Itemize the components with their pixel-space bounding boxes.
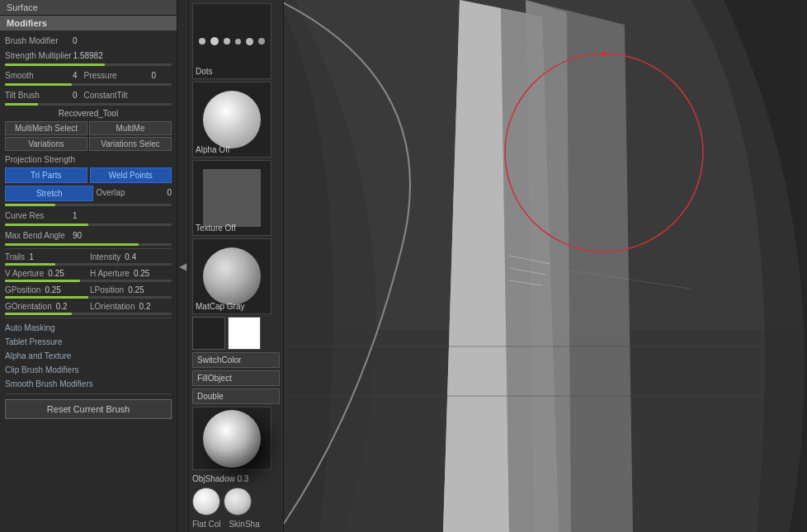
max-bend-slider[interactable] [5,243,172,246]
lorientation-item: LOrientation 0.2 [90,301,172,311]
aperture-row: V Aperture 0.25 H Aperture 0.25 [5,268,172,278]
gorientation-value: 0.2 [56,302,68,311]
texture-off-thumb[interactable]: Texture Off [192,160,271,236]
gposition-value: 0.25 [45,285,60,294]
dot4 [235,39,241,45]
divider3 [5,393,172,394]
flat-skin-row [192,487,280,516]
lposition-value: 0.25 [128,285,144,294]
tilt-slider[interactable] [5,103,172,106]
trails-label: Trails [5,252,25,261]
multimesh-select-btn[interactable]: MultiMesh Select [5,121,87,135]
clip-brush-link[interactable]: Clip Brush Modifiers [5,363,172,377]
flat-skin-labels: Flat Col SkinSha [192,520,280,529]
smooth-slider[interactable] [5,83,172,86]
dot5 [246,38,253,45]
h-aperture-label: H Aperture [90,269,130,278]
weld-points-btn[interactable]: Weld Points [90,167,172,183]
brush-modifier-row: Brush Modifier 0 [5,34,172,47]
tilt-brush-label: Tilt Brush [5,91,71,100]
matcap-gray-label: MatCap Gray [196,302,244,311]
projection-strength-row: Projection Strength [5,153,172,166]
lposition-label: LPosition [90,285,124,294]
modifiers-label: Modifiers [7,18,47,28]
double-btn[interactable]: Double [192,388,280,404]
auto-masking-link[interactable]: Auto Masking [5,321,172,335]
chevron-left-icon: ◀ [179,261,186,272]
multimesh-row: MultiMesh Select MultiMe [5,121,172,135]
lorientation-label: LOrientation [90,302,134,311]
obj-shadow-label: ObjShadow 0.3 [192,474,280,483]
variations-btn[interactable]: Variations [5,137,87,151]
intensity-item: Intensity 0.4 [90,252,172,261]
dot1 [199,38,205,45]
reset-current-brush-btn[interactable]: Reset Current Brush [5,399,172,419]
gposition-label: GPosition [5,285,40,294]
surface-bar[interactable]: Surface [0,0,177,16]
tablet-pressure-link[interactable]: Tablet Pressure [5,335,172,349]
curve-res-slider[interactable] [5,224,172,226]
orientation-slider[interactable] [5,313,172,315]
v-aperture-label: V Aperture [5,269,44,278]
smooth-label: Smooth [5,71,71,80]
skin-shader-label: SkinSha [229,520,259,529]
h-aperture-item: H Aperture 0.25 [90,268,172,278]
dots-label: Dots [196,67,213,76]
v-aperture-value: 0.25 [48,269,64,278]
tilt-brush-row: Tilt Brush 0 ConstantTilt [5,88,172,101]
stretch-overlap-row: Stretch Overlap 0 [5,186,172,201]
max-bend-value: 90 [73,231,82,240]
texture-off-visual [203,169,261,227]
max-bend-row: Max Bend Angle 90 [5,228,172,242]
pressure-value: 0 [152,71,157,80]
trails-value: 1 [29,252,34,261]
smooth-pressure-row: Smooth 4 Pressure 0 [5,68,172,82]
dots-brush-thumb[interactable]: Dots [192,3,271,79]
obj-shadow-text: ObjShadow [192,474,235,483]
alpha-texture-link[interactable]: Alpha and Texture [5,349,172,363]
switch-color-btn[interactable]: SwitchColor [192,352,280,368]
flat-color-sphere[interactable] [192,487,220,516]
curve-res-label: Curve Res [5,211,71,220]
tri-parts-btn[interactable]: Tri Parts [5,167,87,183]
variations-select-btn[interactable]: Variations Selec [89,137,172,151]
aperture-slider[interactable] [5,280,172,282]
color-swatch-white[interactable] [228,317,261,350]
surface-label: Surface [7,2,38,12]
overlap-row: Overlap 0 [96,186,172,200]
v-aperture-item: V Aperture 0.25 [5,268,87,278]
smooth-brush-link[interactable]: Smooth Brush Modifiers [5,377,172,391]
fill-object-btn[interactable]: FillObject [192,370,280,386]
viewport[interactable] [284,0,807,532]
switch-color-row [192,317,280,350]
matcap-gray-visual [203,247,261,305]
obj-shadow-value: 0.3 [237,474,248,483]
overlap-label: Overlap [96,188,162,197]
variations-row: Variations Variations Selec [5,137,172,151]
lposition-item: LPosition 0.25 [90,285,172,294]
overlap-slider[interactable] [5,204,172,206]
alpha-off-thumb[interactable]: Alpha Off [192,82,271,158]
brush-modifier-value: 0 [73,36,78,45]
skin-shader-sphere[interactable] [224,487,252,516]
trails-slider[interactable] [5,263,172,266]
texture-off-label: Texture Off [196,224,236,233]
curve-res-value: 1 [73,211,78,220]
curve-res-row: Curve Res 1 [5,209,172,222]
color-swatch-black[interactable] [192,317,225,350]
strength-slider[interactable] [5,64,172,66]
strength-multiplier-row: Strength Multiplier 1.58982 [5,49,172,62]
gposition-item: GPosition 0.25 [5,285,87,294]
matcap-gray-thumb[interactable]: MatCap Gray [192,238,271,314]
gorientation-item: GOrientation 0.2 [5,301,87,311]
constant-tilt-label: ConstantTilt [84,91,150,100]
collapse-panel-arrow[interactable]: ◀ [177,0,189,532]
obj-shadow-thumb[interactable] [192,407,271,470]
left-panel: Surface Modifiers Brush Modifier 0 Stren… [0,0,177,532]
position-slider[interactable] [5,296,172,299]
stretch-btn[interactable]: Stretch [5,186,93,201]
obj-shadow-visual [203,410,261,468]
dots-canvas [199,12,265,70]
svg-point-3 [602,51,606,56]
multimesh-btn[interactable]: MultiMe [89,121,172,135]
